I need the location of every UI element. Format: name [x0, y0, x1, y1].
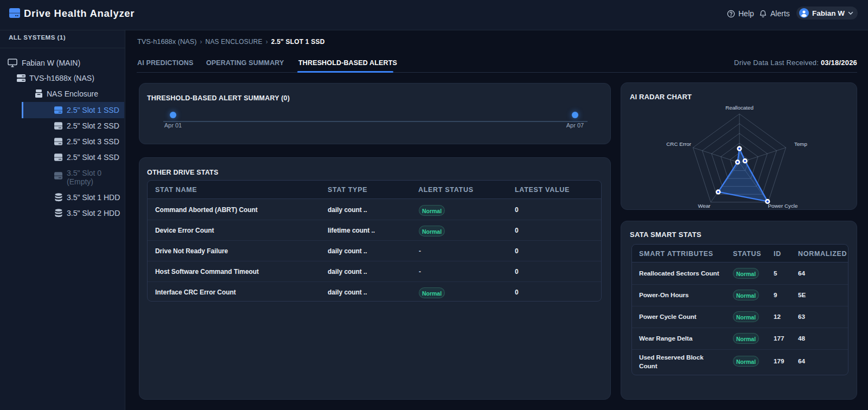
- svg-text:CRC Error: CRC Error: [666, 141, 691, 147]
- svg-text:Reallocated: Reallocated: [725, 105, 754, 111]
- svg-text:Power Cycle: Power Cycle: [768, 203, 799, 209]
- svg-text:Wear: Wear: [698, 203, 711, 209]
- svg-text:Temp: Temp: [794, 141, 808, 147]
